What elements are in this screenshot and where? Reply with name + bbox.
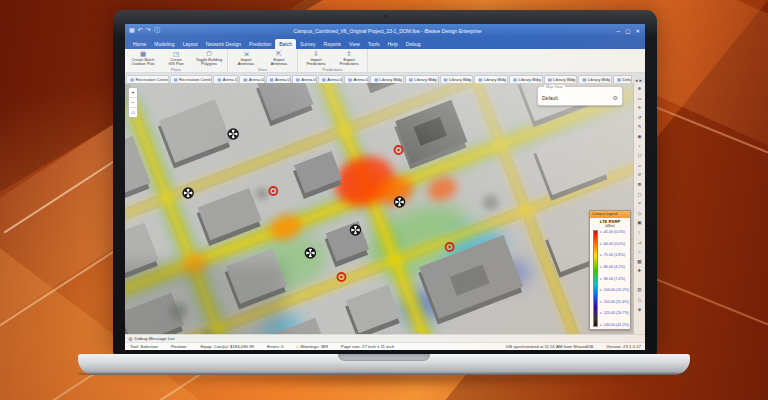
ribbon-button[interactable]: ▦ Create Batch Outdoor Plan [128,50,158,67]
debug-bar-label: Debug Message List [134,336,174,341]
ribbon-tab[interactable]: View [345,39,364,49]
quick-access-icon[interactable]: ↷ [146,24,151,37]
ribbon-tab[interactable]: Batch [275,39,296,49]
document-tab[interactable]: ▤ Arena 03 [266,75,291,83]
map-tool-icon[interactable]: ◻ [638,190,642,200]
zoom-control: +−⌂ [128,87,138,118]
map-view-selector[interactable]: Map View Default ⚙ [537,86,623,106]
ribbon-button[interactable]: ⬠ Toggle Building Polygons [194,50,224,67]
map-tool-icon[interactable]: △ [638,295,642,305]
ribbon-tab[interactable]: Tools [364,39,384,49]
map-tool-icon[interactable]: ▣ [637,218,641,228]
ribbon-button[interactable]: ◳ Create GIS Plan [161,50,191,67]
ribbon-tab[interactable]: Survey [296,39,320,49]
map-tool-icon[interactable]: ◇ [638,209,642,219]
ribbon-group-label: Plans [128,67,224,73]
legend-entry: ≥ -110.00 (15.4%) [600,300,630,304]
document-tab[interactable]: ▤ Arena 06 [344,75,369,83]
map-tool-icon[interactable]: ◈ [638,305,642,315]
ribbon-button[interactable]: ⇲ Import Antennas [231,50,261,67]
quick-access-icon[interactable]: ⓘ [154,24,160,37]
document-icon: ▤ [548,77,552,82]
map-tool-icon[interactable]: ⌖ [638,142,641,152]
document-tab[interactable]: ▤ Arena 05 [318,75,343,83]
ribbon-tab[interactable]: Layout [179,39,202,49]
map-tool-icon[interactable]: ▥ [637,285,641,295]
document-tab[interactable]: ▤ Arena 04 [292,75,317,83]
warning-icon: ⚠ [295,344,299,349]
document-tab[interactable]: ▤ Arena 02 [239,75,264,83]
ribbon-tab[interactable]: Modeling [150,39,178,49]
debug-message-bar[interactable]: ⚙ Debug Message List [125,334,645,342]
close-icon[interactable]: ✕ [635,28,640,34]
rf-heatmap[interactable] [125,83,633,334]
gear-icon[interactable]: ⚙ [613,94,618,101]
antenna-marker[interactable] [350,225,360,235]
ribbon-button[interactable]: ⇩ Import Predictions [301,50,331,67]
map-tool-icon[interactable]: ▩ [637,257,641,267]
map-tool-icon[interactable]: ▭ [637,94,641,104]
zoom-button[interactable]: − [129,98,137,108]
ribbon-group-plans: ▦ Create Batch Outdoor Plan ◳ Create GIS… [125,49,228,72]
ribbon-button[interactable]: ⇱ Export Antennas [264,50,294,67]
map-tool-icon[interactable]: ⬡ [637,151,641,161]
status-item: Position: [170,344,187,349]
quick-access-icon[interactable]: ↶ [138,24,143,37]
antenna-marker[interactable] [305,248,315,258]
map-tool-icon[interactable]: ≋ [638,170,642,180]
document-tab[interactable]: ▤ Recreation Center 04 [126,75,169,83]
map-tool-icon[interactable]: ✛ [638,103,642,113]
map-canvas[interactable]: ⊕▭✛↺✎◉⌖⬡▱≋⊞◻⌗◇▣↕⊿○▩✚◌▥△◈ +−⌂ Map View De… [125,83,645,334]
ribbon-tab[interactable]: Prediction [245,39,275,49]
document-tab[interactable]: ▤ Library Bldg 03 [440,75,474,83]
map-tool-icon[interactable]: ✚ [638,266,642,276]
ribbon-tab[interactable]: Reports [320,39,346,49]
map-tool-icon[interactable]: ↺ [638,113,642,123]
map-tool-icon[interactable]: ✎ [638,122,642,132]
document-tab[interactable]: ▤ Arena 01 [213,75,238,83]
map-tool-icon[interactable]: ◌ [638,276,641,286]
window-title: Campus_Combined_V6_Original Project_23-1… [164,28,612,34]
document-tab[interactable]: ▤ Library Bldg 07 [578,75,612,83]
ribbon-tab[interactable]: Network Design [202,39,245,49]
antenna-marker[interactable] [228,129,238,139]
map-tool-icon[interactable]: ⊕ [638,84,642,94]
status-item: Version: 23.1.0.17 [606,344,641,349]
document-icon: ▤ [478,77,482,82]
legend-entry: ≥ -80.00 (4.2%) [600,265,630,269]
map-tool-icon[interactable]: ↕ [638,228,640,238]
minimize-icon[interactable]: ─ [616,28,620,34]
zoom-button[interactable]: + [129,88,137,98]
document-tab[interactable]: ▤ Recreation Center 05 [170,75,213,83]
ribbon-button[interactable]: ⇧ Export Predictions [334,50,364,67]
map-tool-icon[interactable]: ⊿ [638,238,642,248]
antenna-marker[interactable] [395,197,405,207]
map-tool-icon[interactable]: ⊞ [638,180,642,190]
map-tool-icon[interactable]: ◉ [637,132,641,142]
legend-entry: ≥ -75.00 (1.8%) [600,253,630,257]
zoom-button[interactable]: ⌂ [129,108,137,117]
webcam-dot [384,15,387,18]
document-tab[interactable]: ▤ Library Bldg 05 [509,75,543,83]
ribbon-tab[interactable]: Debug [402,39,425,49]
document-tab[interactable]: ▤ Defa [613,75,632,83]
map-tool-icon[interactable]: ⌗ [638,199,641,209]
title-bar: ▦↶↷ⓘ Campus_Combined_V6_Original Project… [125,24,645,37]
document-tab[interactable]: ▤ Library Bldg 04 [474,75,508,83]
legend-panel: Campus legend LTE RSRP (dBm) ≥ -45.00 (0… [589,210,631,330]
maximize-icon[interactable]: ▢ [625,28,630,34]
document-tab[interactable]: ▤ Library Bldg 06 [544,75,578,83]
document-tab[interactable]: ▤ Library Bldg 01 [370,75,404,83]
antenna-marker[interactable] [183,188,193,198]
map-tool-icon[interactable]: ○ [638,247,641,257]
ribbon-tab[interactable]: Home [129,39,150,49]
quick-access-icon[interactable]: ▦ [129,24,135,37]
legend-header[interactable]: Campus legend [590,211,630,218]
map-view-value[interactable]: Default [542,95,613,101]
ribbon-tab[interactable]: Help [384,39,402,49]
map-tool-icon[interactable]: ▱ [638,161,642,171]
document-icon: ▤ [130,77,134,82]
laptop-base-notch [338,354,430,361]
document-tab[interactable]: ▤ Library Bldg 02 [405,75,439,83]
status-item: ⚠ Warnings: 389 [295,344,327,349]
